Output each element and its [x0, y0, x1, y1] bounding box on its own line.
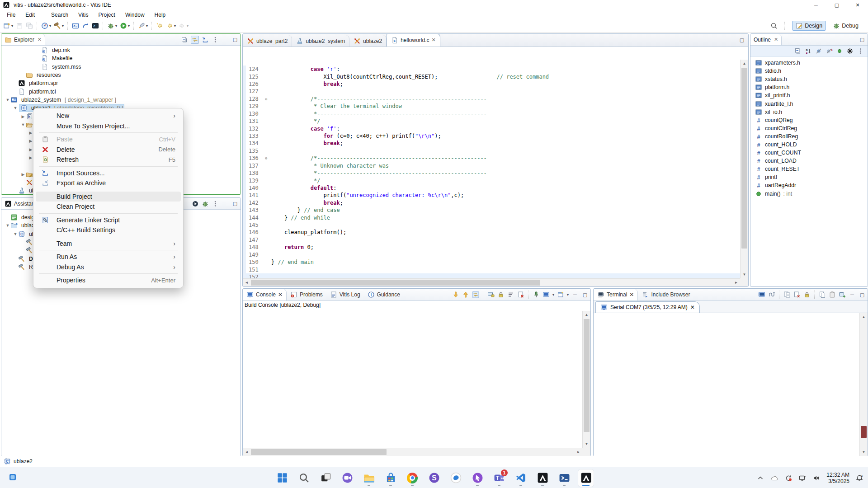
tree-expand-icon[interactable]: ▶	[20, 172, 26, 177]
code-line-138[interactable]: 138 *-----------------------------------…	[243, 169, 740, 177]
fold-marker-icon[interactable]: ⊖	[265, 156, 271, 160]
perspective-design-button[interactable]: Design	[792, 21, 826, 31]
context-menu-item-move-to-system-project[interactable]: Move To System Project...	[36, 121, 181, 131]
debug-bug-button[interactable]: ▾	[106, 21, 118, 30]
outline-item[interactable]: #count_RESET	[750, 165, 868, 173]
code-line-132[interactable]: 132 case 'f':	[243, 125, 740, 132]
hide-static-button[interactable]: s	[826, 47, 833, 55]
tray-sync-alert-icon[interactable]	[784, 474, 793, 482]
taskbar-vitis-window-button[interactable]	[535, 469, 550, 487]
outline-item[interactable]: xstatus.h	[750, 75, 868, 83]
close-icon[interactable]: ✕	[774, 37, 778, 42]
arrow-up-button[interactable]	[462, 291, 469, 298]
tree-collapse-icon[interactable]: ▼	[20, 122, 26, 127]
scrollbar-thumb[interactable]	[861, 426, 867, 438]
outline-item[interactable]: #countQReg	[750, 116, 868, 124]
widgets-icon[interactable]	[6, 471, 19, 483]
context-menu-item-c-c-build-settings[interactable]: C/C++ Build Settings	[36, 225, 181, 235]
outline-item[interactable]: #count_HOLD	[750, 141, 868, 149]
code-line-141[interactable]: 141 printf("unrecognized character: %c\r…	[243, 192, 740, 199]
context-menu-item-generate-linker-script[interactable]: Generate Linker Script	[36, 215, 181, 225]
minimize-icon[interactable]: ─	[222, 36, 229, 43]
forward-button[interactable]: ▾	[177, 21, 190, 30]
tree-expand-icon[interactable]: ▶	[20, 114, 26, 119]
outline-item[interactable]: #printf	[750, 173, 868, 181]
taskbar-start-button[interactable]	[274, 469, 290, 487]
context-menu-item-run-as[interactable]: Run As›	[36, 252, 181, 262]
editor-tab-helloworld.c[interactable]: chelloworld.c✕	[387, 33, 440, 47]
clear-x-button[interactable]	[793, 291, 801, 298]
context-menu-item-refresh[interactable]: RefreshF5	[36, 155, 181, 165]
close-icon[interactable]: ✕	[432, 37, 436, 43]
code-editor[interactable]: 124 case 'r':125 Xil_Out8(countCtrlReg,c…	[243, 60, 740, 278]
maximize-icon[interactable]: ▢	[738, 36, 745, 43]
dropdown-arrow-icon[interactable]: ▾	[567, 293, 569, 297]
view-tab-terminal[interactable]: Terminal✕	[594, 289, 638, 300]
dropdown-arrow-icon[interactable]: ▾	[146, 24, 148, 28]
launch-rocket-button[interactable]: ▾	[137, 21, 149, 30]
minimize-icon[interactable]: ─	[222, 200, 229, 207]
dropdown-arrow-icon[interactable]: ▾	[11, 24, 13, 28]
search-icon[interactable]	[770, 22, 778, 29]
debug-bug-button[interactable]	[202, 200, 209, 207]
view-tab-problems[interactable]: !Problems	[287, 289, 326, 300]
terminal-dark-button[interactable]	[90, 21, 100, 30]
context-menu-item-delete[interactable]: DeleteDelete	[36, 145, 181, 155]
word-wrap-button[interactable]	[507, 291, 514, 298]
taskbar-clock[interactable]: 12:32 AM3/5/2025	[826, 472, 849, 484]
taskbar-chrome-button[interactable]	[405, 469, 420, 487]
view-tab-include-browser[interactable]: Include Browser	[638, 289, 693, 300]
code-line-147[interactable]: 147	[243, 236, 740, 244]
editor-tab-ublaze_part2[interactable]: ublaze_part2	[243, 35, 292, 47]
tree-collapse-icon[interactable]: ▼	[13, 232, 18, 236]
code-line-144[interactable]: 144 } // end while	[243, 214, 740, 221]
maximize-icon[interactable]: ▢	[859, 291, 866, 298]
tray-display-plug-icon[interactable]	[798, 474, 807, 482]
dropdown-arrow-icon[interactable]: ▾	[187, 24, 189, 28]
outline-item[interactable]: xil_printf.h	[750, 91, 868, 99]
back-button[interactable]: ▾	[165, 21, 177, 30]
view-tab-console[interactable]: Console✕	[243, 289, 287, 300]
code-line-128[interactable]: 128⊖ /*---------------------------------…	[243, 95, 740, 103]
editor-tab-ublaze2_system[interactable]: ublaze2_system	[292, 35, 349, 47]
debug-config-button[interactable]	[80, 21, 90, 30]
sort-az-button[interactable]: az	[805, 47, 812, 55]
close-icon[interactable]: ✕	[629, 291, 634, 298]
target-launch-button[interactable]: ▾	[40, 21, 52, 30]
menu-file[interactable]: File	[2, 11, 20, 19]
taskbar-search-button[interactable]	[296, 469, 311, 487]
context-menu-item-new[interactable]: New›	[36, 111, 181, 121]
tray-speaker-icon[interactable]	[812, 474, 821, 482]
maximize-icon[interactable]: ▢	[231, 200, 239, 207]
window-minimize-button[interactable]: ─	[806, 0, 826, 10]
taskbar-app-blue-swirl-button[interactable]	[448, 469, 463, 487]
code-line-129[interactable]: 129 * Clear the terminal window	[243, 103, 740, 110]
outline-item[interactable]: #countCtrlReg	[750, 124, 868, 132]
editor-vertical-scrollbar[interactable]: ▲ ▼	[740, 60, 748, 278]
context-menu-item-import-sources[interactable]: Import Sources...	[36, 168, 181, 178]
tray-notification-bell-icon[interactable]: z	[855, 474, 863, 482]
dropdown-arrow-icon[interactable]: ▾	[62, 24, 64, 28]
tree-row[interactable]: platform.spr	[1, 79, 241, 87]
tree-row[interactable]: platform.tcl	[1, 87, 241, 95]
code-line-131[interactable]: 131 */	[243, 117, 740, 125]
hide-nonpublic-button[interactable]	[846, 47, 854, 55]
lock-button[interactable]	[803, 291, 811, 298]
window-maximize-button[interactable]: ▢	[826, 0, 847, 10]
tree-row[interactable]: Makefile	[1, 54, 241, 62]
menu-window[interactable]: Window	[120, 11, 150, 19]
code-line-136[interactable]: 136⊖ /*---------------------------------…	[243, 155, 740, 162]
tree-row[interactable]: dep.mk	[1, 46, 241, 54]
fold-marker-icon[interactable]: ⊖	[265, 97, 271, 101]
code-line-148[interactable]: 148 return 0;	[243, 244, 740, 251]
taskbar-microsoft-store-button[interactable]	[383, 469, 398, 487]
taskbar-vitis-active-button[interactable]	[578, 469, 594, 487]
outline-item[interactable]: #uartRegAddr	[750, 181, 868, 189]
dropdown-arrow-icon[interactable]: ▾	[115, 24, 117, 28]
view-tab-vitis-log[interactable]: Vitis Log	[326, 289, 364, 300]
copy-button[interactable]	[819, 291, 826, 298]
context-menu-item-paste[interactable]: PasteCtrl+V	[36, 134, 181, 145]
taskbar-file-explorer-button[interactable]	[361, 469, 377, 487]
display-console-dd-button[interactable]	[542, 291, 550, 298]
code-line-142[interactable]: 142 break;	[243, 199, 740, 206]
